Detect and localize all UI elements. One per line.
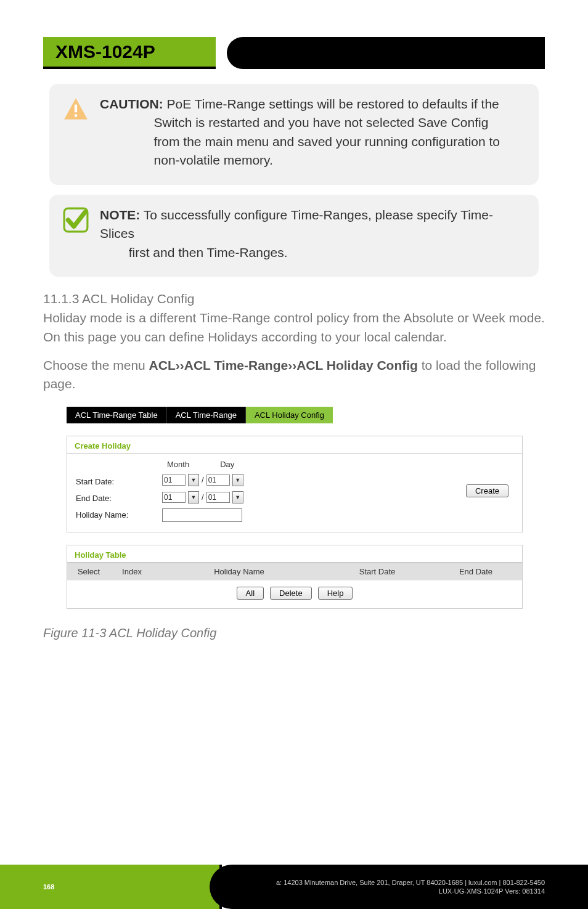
end-day-select[interactable]: 01 bbox=[206, 492, 230, 503]
date-separator: / bbox=[202, 492, 204, 502]
all-button[interactable]: All bbox=[237, 587, 264, 600]
chevron-down-icon[interactable]: ▼ bbox=[188, 491, 199, 503]
page-number: 168 bbox=[0, 865, 222, 909]
svg-rect-0 bbox=[75, 105, 77, 113]
help-button[interactable]: Help bbox=[318, 587, 353, 600]
footer-info: a: 14203 Minuteman Drive, Suite 201, Dra… bbox=[210, 865, 588, 909]
holiday-table-header: Select Index Holiday Name Start Date End… bbox=[67, 563, 522, 580]
create-holiday-title: Create Holiday bbox=[67, 436, 522, 454]
table-button-row: All Delete Help bbox=[67, 580, 522, 608]
chevron-down-icon[interactable]: ▼ bbox=[232, 474, 243, 486]
start-date-row: 01 ▼ / 01 ▼ bbox=[162, 474, 304, 486]
col-holiday-name: Holiday Name bbox=[153, 563, 325, 580]
start-day-select[interactable]: 01 bbox=[206, 475, 230, 486]
note-text: To successfully configure Time-Ranges, p… bbox=[100, 208, 493, 259]
footer-address: a: 14203 Minuteman Drive, Suite 201, Dra… bbox=[276, 879, 545, 886]
holiday-table-card: Holiday Table Select Index Holiday Name … bbox=[67, 545, 523, 609]
acl-holiday-config-panel: ACL Time-Range Table ACL Time-Range ACL … bbox=[67, 405, 523, 609]
end-month-select[interactable]: 01 bbox=[162, 492, 186, 503]
chevron-down-icon[interactable]: ▼ bbox=[188, 474, 199, 486]
date-separator: / bbox=[202, 475, 204, 484]
product-model-badge: XMS-1024P bbox=[43, 37, 216, 69]
header-dark-bar bbox=[227, 37, 545, 69]
menu-path: ACL››ACL Time-Range››ACL Holiday Config bbox=[149, 358, 418, 372]
note-label: NOTE: bbox=[100, 208, 140, 222]
note-body: NOTE: To successfully configure Time-Ran… bbox=[100, 206, 525, 262]
start-date-label: Start Date: bbox=[76, 477, 156, 486]
end-date-row: 01 ▼ / 01 ▼ bbox=[162, 491, 304, 503]
checkmark-icon bbox=[63, 207, 89, 233]
col-index: Index bbox=[110, 563, 153, 580]
product-header: XMS-1024P bbox=[43, 37, 545, 69]
footer-docinfo: LUX-UG-XMS-1024P Vers: 081314 bbox=[439, 887, 545, 895]
col-end-date: End Date bbox=[430, 563, 522, 580]
caution-body: CAUTION: PoE Time-Range settings will be… bbox=[100, 95, 500, 170]
holiday-table-title: Holiday Table bbox=[67, 545, 522, 563]
caution-label: CAUTION: bbox=[100, 97, 163, 111]
tab-acl-time-range-table[interactable]: ACL Time-Range Table bbox=[67, 407, 167, 423]
day-header: Day bbox=[220, 460, 234, 469]
tab-acl-holiday-config[interactable]: ACL Holiday Config bbox=[246, 407, 333, 423]
caution-callout: CAUTION: PoE Time-Range settings will be… bbox=[49, 84, 539, 185]
col-select: Select bbox=[67, 563, 110, 580]
figure-caption: Figure 11-3 ACL Holiday Config bbox=[43, 626, 545, 640]
month-header: Month bbox=[167, 460, 189, 469]
create-button[interactable]: Create bbox=[466, 484, 508, 497]
holiday-name-label: Holiday Name: bbox=[76, 510, 156, 520]
delete-button[interactable]: Delete bbox=[270, 587, 312, 600]
create-holiday-card: Create Holiday Start Date: End Date: Hol… bbox=[67, 436, 523, 532]
chevron-down-icon[interactable]: ▼ bbox=[232, 491, 243, 503]
svg-rect-1 bbox=[75, 114, 77, 116]
col-start-date: Start Date bbox=[325, 563, 430, 580]
section-heading: 11.1.3 ACL Holiday Config bbox=[43, 291, 545, 306]
menu-path-instruction: Choose the menu ACL››ACL Time-Range››ACL… bbox=[43, 356, 545, 394]
warning-icon bbox=[63, 96, 89, 122]
note-callout: NOTE: To successfully configure Time-Ran… bbox=[49, 195, 539, 277]
choose-prefix: Choose the menu bbox=[43, 358, 149, 372]
start-month-select[interactable]: 01 bbox=[162, 475, 186, 486]
holiday-name-input[interactable] bbox=[162, 508, 242, 522]
end-date-label: End Date: bbox=[76, 494, 156, 503]
tab-row: ACL Time-Range Table ACL Time-Range ACL … bbox=[67, 405, 523, 423]
tab-acl-time-range[interactable]: ACL Time-Range bbox=[167, 407, 246, 423]
section-intro: Holiday mode is a different Time-Range c… bbox=[43, 309, 545, 346]
page-footer: 168 a: 14203 Minuteman Drive, Suite 201,… bbox=[0, 865, 588, 909]
